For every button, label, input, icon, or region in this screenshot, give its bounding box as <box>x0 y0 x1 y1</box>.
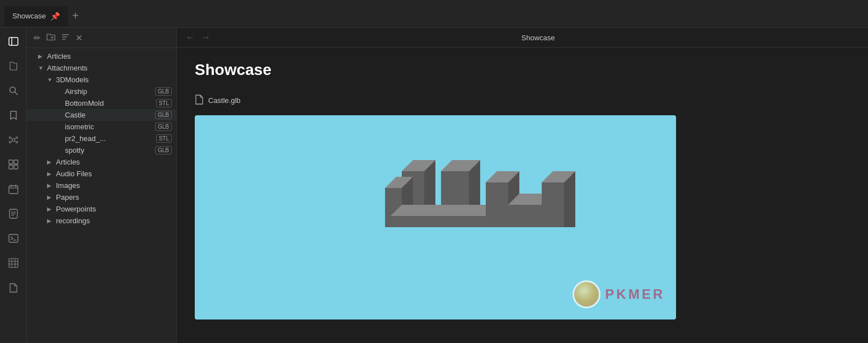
title-bar: Showcase 📌 + <box>0 0 868 28</box>
watermark-text: PKMER <box>605 286 665 302</box>
active-tab[interactable]: Showcase 📌 <box>4 6 68 26</box>
pin-icon[interactable]: 📌 <box>50 12 60 21</box>
svg-rect-13 <box>9 160 13 164</box>
table-icon[interactable] <box>4 254 22 272</box>
watermark-logo <box>573 280 600 308</box>
arrow-icon: ▶ <box>47 171 54 177</box>
arrow-icon: ▶ <box>47 194 54 200</box>
sidebar-item-label: Airship <box>65 87 151 96</box>
model-viewer: PKMER <box>195 115 676 319</box>
sidebar-item-label: 3DModels <box>56 76 172 84</box>
svg-rect-15 <box>9 165 13 169</box>
sidebar-item-label: Castle <box>65 111 151 119</box>
sidebar-item-airship[interactable]: Airship GLB <box>27 86 176 97</box>
svg-marker-55 <box>542 182 564 227</box>
sidebar-item-label: Articles <box>56 158 172 166</box>
file-name: Castle.glb <box>208 96 241 105</box>
sidebar-toolbar: ✏ ✕ <box>27 28 176 48</box>
sort-icon[interactable] <box>61 32 70 43</box>
svg-line-10 <box>15 138 16 139</box>
svg-point-4 <box>12 139 15 142</box>
sidebar-item-attachments[interactable]: ▼ Attachments <box>27 62 176 74</box>
calendar-icon[interactable] <box>4 180 22 198</box>
file-type-tag: STL <box>156 134 172 143</box>
arrow-icon: ▶ <box>47 218 54 224</box>
sidebar-item-label: Powerpoints <box>56 205 172 213</box>
new-folder-icon[interactable] <box>46 32 55 43</box>
svg-point-8 <box>16 142 17 143</box>
svg-line-12 <box>15 141 16 142</box>
svg-line-9 <box>11 138 12 139</box>
watermark: PKMER <box>573 280 665 308</box>
svg-point-6 <box>16 137 17 139</box>
file-type-tag: STL <box>156 99 172 107</box>
sidebar-item-papers[interactable]: ▶ Papers <box>27 191 176 203</box>
close-icon[interactable]: ✕ <box>76 33 83 43</box>
new-note-icon[interactable]: ✏ <box>34 33 41 43</box>
sidebar-item-isometric[interactable]: isometric GLB <box>27 121 176 133</box>
activity-bar <box>0 28 27 343</box>
sidebar-item-powerpoints[interactable]: ▶ Powerpoints <box>27 203 176 215</box>
svg-rect-16 <box>14 165 18 169</box>
sidebar-item-pr2head[interactable]: pr2_head_... STL <box>27 133 176 144</box>
page-title: Showcase <box>195 61 850 79</box>
sidebar-item-audio-files[interactable]: ▶ Audio Files <box>27 168 176 180</box>
svg-rect-14 <box>14 160 18 164</box>
book-icon[interactable] <box>4 279 22 297</box>
sidebar-item-label: Images <box>56 181 172 190</box>
sidebar-item-label: BottomMold <box>65 99 152 107</box>
bookmark-icon[interactable] <box>4 106 22 124</box>
graph-icon[interactable] <box>4 131 22 149</box>
terminal-icon[interactable] <box>4 229 22 247</box>
sidebar-item-label: Papers <box>56 193 172 201</box>
add-tab-button[interactable]: + <box>68 7 83 25</box>
file-header: Castle.glb <box>195 90 850 111</box>
svg-rect-27 <box>9 259 18 267</box>
forward-button[interactable]: → <box>201 32 210 43</box>
sidebar-item-images[interactable]: ▶ Images <box>27 180 176 191</box>
sidebar-toggle-icon[interactable] <box>4 32 22 50</box>
main-layout: ✏ ✕ ▶ Articles <box>0 28 868 343</box>
file-type-tag: GLB <box>155 123 172 131</box>
search-icon[interactable] <box>4 82 22 100</box>
svg-line-3 <box>15 92 17 95</box>
svg-point-7 <box>9 142 11 143</box>
sidebar-item-3dmodels[interactable]: ▼ 3DModels <box>27 74 176 86</box>
svg-point-5 <box>9 137 11 139</box>
sidebar-item-spotty[interactable]: spotty GLB <box>27 144 176 156</box>
arrow-icon: ▼ <box>47 77 54 83</box>
sidebar-item-label: recordings <box>56 217 172 225</box>
sidebar-item-label: isometric <box>65 123 151 131</box>
sidebar-item-bottommold[interactable]: BottomMold STL <box>27 97 176 109</box>
sidebar-item-label: Audio Files <box>56 170 172 178</box>
back-button[interactable]: ← <box>186 32 195 43</box>
dashboard-icon[interactable] <box>4 156 22 173</box>
file-icon <box>195 95 204 106</box>
arrow-icon: ▶ <box>47 182 54 189</box>
svg-rect-0 <box>9 37 18 45</box>
sidebar-item-articles-sub[interactable]: ▶ Articles <box>27 156 176 168</box>
svg-line-11 <box>11 141 12 142</box>
sidebar: ✏ ✕ ▶ Articles <box>27 28 177 343</box>
sidebar-item-castle[interactable]: Castle GLB <box>27 109 176 121</box>
sidebar-item-recordings[interactable]: ▶ recordings <box>27 215 176 227</box>
arrow-icon: ▶ <box>47 159 54 165</box>
file-type-tag: GLB <box>155 111 172 119</box>
breadcrumb: Showcase <box>217 34 859 42</box>
sidebar-tree: ▶ Articles ▼ Attachments ▼ 3DModels Airs… <box>27 48 176 343</box>
tab-label: Showcase <box>12 12 46 20</box>
arrow-icon: ▶ <box>38 53 45 59</box>
content-nav: ← → Showcase <box>177 28 868 48</box>
notes-icon[interactable] <box>4 205 22 223</box>
file-type-tag: GLB <box>155 146 172 154</box>
svg-rect-17 <box>9 186 18 194</box>
sidebar-item-label: Articles <box>47 52 172 60</box>
sidebar-item-label: pr2_head_... <box>65 134 152 143</box>
file-explorer-icon[interactable] <box>4 57 22 75</box>
content-area: ← → Showcase Showcase Castle.glb <box>177 28 868 343</box>
content-scroll: Showcase Castle.glb <box>177 48 868 343</box>
file-type-tag: GLB <box>155 87 172 96</box>
arrow-icon: ▶ <box>47 206 54 212</box>
sidebar-item-articles-top[interactable]: ▶ Articles <box>27 50 176 62</box>
sidebar-item-label: spotty <box>65 146 151 154</box>
